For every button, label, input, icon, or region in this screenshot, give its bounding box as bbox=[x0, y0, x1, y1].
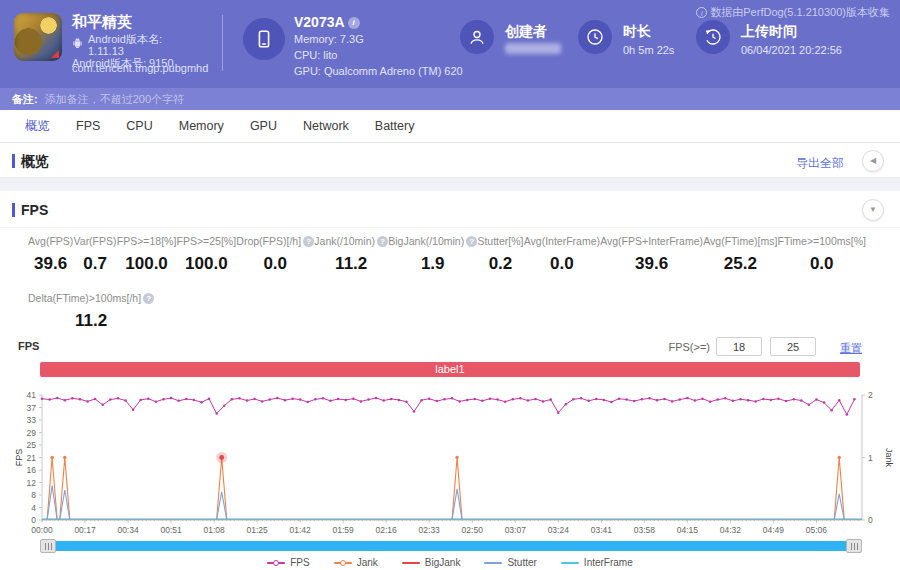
metric-Drop(FPS)[/h]: Drop(FPS)[/h]?0.0 bbox=[236, 235, 314, 274]
help-icon[interactable]: ? bbox=[143, 293, 154, 304]
svg-text:01:08: 01:08 bbox=[203, 525, 225, 535]
metric-value: 0.0 bbox=[236, 254, 314, 274]
svg-text:33: 33 bbox=[27, 415, 37, 425]
svg-text:00:00: 00:00 bbox=[31, 525, 53, 535]
metric-label: Avg(InterFrame) bbox=[524, 235, 600, 247]
legend-label: BigJank bbox=[425, 557, 461, 568]
svg-text:Jank: Jank bbox=[884, 448, 894, 468]
export-all-link[interactable]: 导出全部 bbox=[796, 155, 844, 172]
tab-CPU[interactable]: CPU bbox=[113, 110, 165, 142]
metric-Avg(FPS): Avg(FPS)39.6 bbox=[28, 235, 73, 274]
legend-marker bbox=[334, 562, 352, 564]
fps-collapse-button[interactable]: ▼ bbox=[862, 199, 884, 221]
svg-text:03:07: 03:07 bbox=[505, 525, 527, 535]
metric-Stutter[%]: Stutter[%]0.2 bbox=[477, 235, 523, 274]
legend-item-Stutter[interactable]: Stutter bbox=[484, 557, 536, 568]
fps-threshold-input-2[interactable] bbox=[770, 337, 816, 356]
help-icon[interactable]: ? bbox=[303, 236, 314, 247]
metric-FPS>=25[%]: FPS>=25[%]100.0 bbox=[177, 235, 237, 274]
svg-text:00:34: 00:34 bbox=[117, 525, 139, 535]
tab-GPU[interactable]: GPU bbox=[237, 110, 290, 142]
fps-threshold-input-1[interactable] bbox=[716, 337, 762, 356]
note-bar[interactable]: 备注: 添加备注，不超过200个字符 bbox=[0, 88, 900, 110]
svg-text:2: 2 bbox=[868, 390, 873, 400]
svg-text:04:15: 04:15 bbox=[677, 525, 699, 535]
scrollbar-left-handle[interactable] bbox=[40, 539, 56, 553]
tab-bar: 概览FPSCPUMemoryGPUNetworkBattery bbox=[0, 110, 900, 143]
svg-text:04:32: 04:32 bbox=[720, 525, 742, 535]
svg-text:37: 37 bbox=[27, 403, 37, 413]
tab-Battery[interactable]: Battery bbox=[362, 110, 428, 142]
tab-FPS[interactable]: FPS bbox=[63, 110, 113, 142]
perfdog-report-screen: 和平精英 Android版本名: 1.11.13 Android版本号: 915… bbox=[0, 0, 900, 570]
metric-value: 39.6 bbox=[600, 254, 703, 274]
metric-Avg(InterFrame): Avg(InterFrame)0.0 bbox=[524, 235, 600, 274]
duration-value: 0h 5m 22s bbox=[623, 44, 674, 56]
overview-section-header: 概览 导出全部 ◀ bbox=[0, 144, 900, 178]
svg-text:03:58: 03:58 bbox=[634, 525, 656, 535]
metric-value: 0.7 bbox=[74, 254, 117, 274]
tab-概览[interactable]: 概览 bbox=[12, 110, 63, 142]
metric-value: 1.9 bbox=[388, 254, 477, 274]
metric-label: FPS>=18[%] bbox=[117, 235, 177, 247]
scrollbar-right-handle[interactable] bbox=[846, 539, 862, 553]
info-icon: i bbox=[696, 7, 707, 18]
svg-text:FPS: FPS bbox=[14, 449, 24, 467]
device-gpu: GPU: Qualcomm Adreno (TM) 620 bbox=[294, 63, 463, 79]
device-memory: Memory: 7.3G bbox=[294, 31, 463, 47]
metric-value: 39.6 bbox=[28, 254, 73, 274]
metric-FTime>=100ms[%]: FTime>=100ms[%]0.0 bbox=[778, 235, 866, 274]
upload-time-icon bbox=[696, 20, 730, 54]
legend-label: Stutter bbox=[507, 557, 536, 568]
upload-time-value: 06/04/2021 20:22:56 bbox=[741, 44, 842, 56]
metric-value: 0.0 bbox=[524, 254, 600, 274]
help-icon[interactable]: ? bbox=[377, 236, 388, 247]
metric-value: 100.0 bbox=[177, 254, 237, 274]
header-divider bbox=[222, 15, 223, 71]
svg-text:0: 0 bbox=[31, 515, 36, 525]
legend-item-FPS[interactable]: FPS bbox=[267, 557, 309, 568]
metric-label: Drop(FPS)[/h] bbox=[236, 235, 301, 247]
accent-bar bbox=[12, 203, 15, 217]
tab-Memory[interactable]: Memory bbox=[166, 110, 237, 142]
svg-text:02:33: 02:33 bbox=[419, 525, 441, 535]
device-info: V2073Ai Memory: 7.3G CPU: lito GPU: Qual… bbox=[294, 14, 463, 79]
svg-text:01:59: 01:59 bbox=[333, 525, 355, 535]
creator-icon bbox=[460, 20, 494, 54]
metric-label: FPS>=25[%] bbox=[177, 235, 237, 247]
fps-chart-header: FPS FPS(>=) 重置 bbox=[0, 337, 900, 357]
overview-title: 概览 bbox=[12, 153, 49, 171]
svg-text:01:25: 01:25 bbox=[246, 525, 268, 535]
legend-item-InterFrame[interactable]: InterFrame bbox=[561, 557, 633, 568]
report-header: 和平精英 Android版本名: 1.11.13 Android版本号: 915… bbox=[0, 0, 900, 88]
metric-value: 25.2 bbox=[703, 254, 777, 274]
metric-label: FTime>=100ms[%] bbox=[778, 235, 866, 247]
android-version-name: Android版本名: 1.11.13 bbox=[72, 33, 185, 57]
svg-text:03:41: 03:41 bbox=[591, 525, 613, 535]
svg-text:12: 12 bbox=[27, 478, 37, 488]
metric-label: Stutter[%] bbox=[477, 235, 523, 247]
fps-threshold-label: FPS(>=) bbox=[668, 341, 710, 353]
fps-metrics-row: Avg(FPS)39.6Var(FPS)0.7FPS>=18[%]100.0FP… bbox=[0, 235, 900, 274]
svg-text:1: 1 bbox=[868, 453, 873, 463]
svg-text:16: 16 bbox=[27, 465, 37, 475]
svg-text:00:17: 00:17 bbox=[74, 525, 96, 535]
overview-collapse-button[interactable]: ◀ bbox=[862, 150, 884, 172]
note-placeholder: 添加备注，不超过200个字符 bbox=[45, 93, 184, 105]
fps-chart[interactable]: 048121621252933374101200:0000:1700:3400:… bbox=[0, 385, 900, 538]
label-band[interactable]: label1 bbox=[40, 362, 860, 377]
device-info-icon[interactable]: i bbox=[348, 17, 360, 29]
reset-link[interactable]: 重置 bbox=[840, 341, 862, 356]
metric-value: 0.0 bbox=[778, 254, 866, 274]
svg-text:04:49: 04:49 bbox=[763, 525, 785, 535]
legend-marker bbox=[484, 562, 502, 564]
legend-item-Jank[interactable]: Jank bbox=[334, 557, 378, 568]
tab-Network[interactable]: Network bbox=[290, 110, 362, 142]
legend-item-BigJank[interactable]: BigJank bbox=[402, 557, 461, 568]
svg-text:29: 29 bbox=[27, 428, 37, 438]
duration-icon bbox=[578, 20, 612, 54]
help-icon[interactable]: ? bbox=[466, 236, 477, 247]
chart-range-scrollbar[interactable] bbox=[40, 541, 862, 551]
device-cpu: CPU: lito bbox=[294, 47, 463, 63]
duration-label: 时长 bbox=[623, 23, 651, 41]
